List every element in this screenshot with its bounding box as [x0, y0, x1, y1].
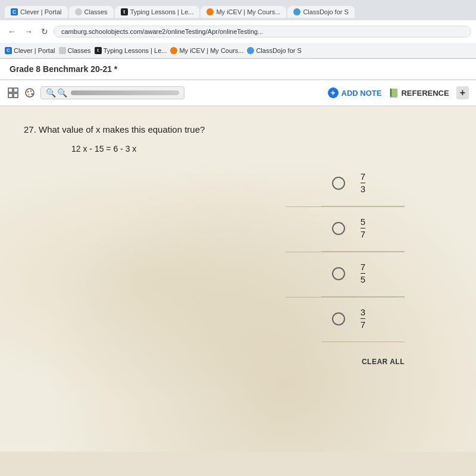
tab-classes[interactable]: Classes	[69, 6, 114, 18]
answer-choices: 7 3 5 7 7 5 3 7	[24, 171, 405, 366]
radio-c[interactable]	[332, 267, 345, 280]
browser-chrome: C Clever | Portal Classes t Typing Lesso…	[0, 0, 476, 59]
tab-icev[interactable]: My iCEV | My Cours...	[201, 6, 286, 18]
classes-tab-icon	[75, 8, 82, 15]
tab-clever[interactable]: C Clever | Portal	[5, 6, 68, 18]
icev-tab-icon	[206, 8, 214, 15]
typing-tab-icon: t	[121, 8, 128, 15]
tab-classes-label: Classes	[84, 8, 108, 15]
browser-nav: ← → ↻ camburg.schoolobjects.com/aware2/o…	[0, 20, 476, 43]
reference-book-icon: 📗	[389, 88, 399, 98]
equation-display: 12 x - 15 = 6 - 3 x	[71, 144, 452, 154]
fraction-a-numerator: 7	[361, 171, 365, 183]
tab-classdojo[interactable]: ClassDojo for S	[287, 6, 354, 18]
bookmark-classes[interactable]: Classes	[59, 47, 91, 54]
fraction-b-numerator: 5	[361, 217, 365, 228]
search-icon: 🔍	[46, 88, 56, 98]
bookmark-typing-label: Typing Lessons | Le...	[104, 47, 167, 54]
answer-option-c: 7 5	[286, 262, 405, 298]
extra-button[interactable]: +	[456, 86, 469, 99]
test-toolbar: 🔍 🔍 + ADD NOTE 📗 REFERENCE +	[0, 80, 476, 107]
content-area: 27. What value of x makes this equation …	[0, 107, 476, 452]
bookmark-icev[interactable]: My iCEV | My Cours...	[170, 47, 243, 54]
fraction-c-numerator: 7	[361, 262, 365, 274]
bookmark-classdojo-icon	[247, 47, 254, 54]
fraction-c-denominator: 5	[361, 274, 365, 285]
search-slider[interactable]	[71, 90, 179, 95]
bookmark-clever[interactable]: C Clever | Portal	[5, 47, 55, 54]
svg-rect-1	[14, 88, 18, 92]
fraction-c: 7 5	[357, 262, 369, 285]
svg-point-7	[32, 93, 33, 95]
answer-option-d: 3 7	[286, 307, 405, 342]
add-note-plus-icon: +	[328, 87, 339, 98]
classdojo-tab-icon	[293, 8, 300, 15]
back-button[interactable]: ←	[5, 26, 19, 37]
bookmark-typing[interactable]: t Typing Lessons | Le...	[95, 47, 167, 54]
fraction-b: 5 7	[357, 217, 369, 240]
fraction-a-denominator: 3	[361, 183, 365, 195]
fraction-d: 3 7	[357, 307, 369, 330]
bookmark-classes-icon	[59, 47, 66, 54]
browser-tabs: C Clever | Portal Classes t Typing Lesso…	[0, 0, 476, 20]
test-title: Grade 8 Benchmark 20-21 *	[10, 64, 117, 74]
add-note-button[interactable]: + ADD NOTE	[328, 87, 382, 98]
search-bar[interactable]: 🔍 🔍	[40, 86, 184, 99]
svg-rect-3	[14, 93, 18, 98]
add-note-label: ADD NOTE	[342, 89, 382, 98]
palette-icon[interactable]	[24, 87, 36, 99]
clever-tab-icon: C	[11, 8, 18, 15]
grid-icon[interactable]	[7, 87, 19, 99]
zoom-icon: 🔍	[57, 88, 67, 98]
radio-a[interactable]	[332, 177, 345, 190]
radio-b[interactable]	[332, 222, 345, 235]
bookmark-clever-label: Clever | Portal	[14, 47, 55, 54]
tab-classdojo-label: ClassDojo for S	[303, 8, 348, 15]
radio-d[interactable]	[332, 312, 345, 325]
bookmarks-bar: C Clever | Portal Classes t Typing Lesso…	[0, 43, 476, 58]
svg-rect-2	[8, 93, 12, 98]
bookmark-classdojo[interactable]: ClassDojo for S	[247, 47, 301, 54]
question-number: 27	[24, 124, 34, 134]
bookmark-classes-label: Classes	[68, 47, 91, 54]
fraction-d-numerator: 3	[361, 307, 365, 319]
clear-all-button[interactable]: CLEAR ALL	[362, 358, 405, 366]
tab-typing-label: Typing Lessons | Le...	[130, 8, 194, 15]
bookmark-classdojo-label: ClassDojo for S	[256, 47, 301, 54]
bookmark-icev-icon	[170, 47, 177, 54]
address-bar[interactable]: camburg.schoolobjects.com/aware2/onlineT…	[54, 26, 471, 37]
tab-typing[interactable]: t Typing Lessons | Le...	[115, 6, 200, 18]
svg-point-8	[28, 94, 30, 96]
test-header: Grade 8 Benchmark 20-21 *	[0, 59, 476, 80]
svg-rect-0	[8, 88, 12, 92]
bookmark-typing-icon: t	[95, 47, 102, 54]
svg-point-6	[30, 90, 32, 92]
question-body: What value of x makes this equation true…	[39, 124, 205, 134]
answer-option-b: 5 7	[286, 217, 405, 252]
toolbar-right: + ADD NOTE 📗 REFERENCE +	[328, 86, 469, 99]
svg-point-4	[26, 89, 34, 97]
reference-label: REFERENCE	[401, 89, 449, 98]
reload-button[interactable]: ↻	[38, 26, 51, 37]
svg-point-5	[27, 91, 29, 93]
tab-icev-label: My iCEV | My Cours...	[216, 8, 280, 15]
tab-clever-label: Clever | Portal	[20, 8, 62, 15]
bookmark-icev-label: My iCEV | My Cours...	[179, 47, 243, 54]
answer-option-a: 7 3	[286, 171, 405, 207]
fraction-a: 7 3	[357, 171, 369, 195]
fraction-d-denominator: 7	[361, 319, 365, 330]
bookmark-clever-icon: C	[5, 47, 12, 54]
fraction-b-denominator: 7	[361, 228, 365, 240]
reference-button[interactable]: 📗 REFERENCE	[389, 88, 449, 98]
forward-button[interactable]: →	[21, 26, 36, 37]
question-text: 27. What value of x makes this equation …	[24, 124, 452, 134]
